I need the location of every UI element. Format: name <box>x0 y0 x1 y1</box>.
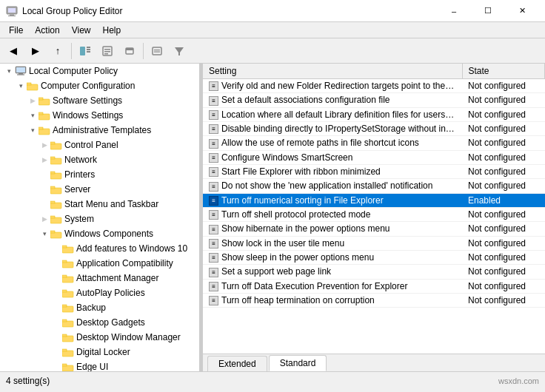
tree-item-cc[interactable]: ▾ Computer Configuration <box>0 78 199 93</box>
tree-item-at[interactable]: ▾ Administrative Templates <box>0 123 199 138</box>
table-row[interactable]: ≡Set a support web page linkNot configur… <box>203 265 545 279</box>
tree-toggle-cp[interactable]: ▶ <box>39 138 50 152</box>
tab-standard[interactable]: Standard <box>269 355 327 371</box>
tree-label-cc: Computer Configuration <box>41 81 135 91</box>
svg-rect-29 <box>39 127 43 129</box>
tree-item-ws[interactable]: ▾ Windows Settings <box>0 108 199 123</box>
folder-icon-dl <box>62 346 74 358</box>
table-row[interactable]: ≡Location where all default Library defi… <box>203 107 545 121</box>
tree-label-prt: Printers <box>64 169 95 180</box>
tree-item-am[interactable]: ▶ Attachment Manager <box>0 271 199 285</box>
tree-label-dg: Desktop Gadgets <box>76 317 145 328</box>
tree-toggle-net[interactable]: ▶ <box>39 152 50 167</box>
tree-item-smt[interactable]: ▶ Start Menu and Taskbar <box>0 197 199 212</box>
svg-rect-39 <box>50 201 55 203</box>
tree-toggle-at[interactable]: ▾ <box>27 123 39 138</box>
svg-rect-49 <box>62 275 67 277</box>
table-row[interactable]: ≡Allow the use of remote paths in file s… <box>203 136 545 150</box>
tree-label-am: Attachment Manager <box>76 273 158 283</box>
tree-item-ac[interactable]: ▶ Application Compatibility <box>0 256 199 271</box>
setting-cell: ≡Do not show the 'new application instal… <box>203 179 462 193</box>
tree-item-cp[interactable]: ▶ Control Panel <box>0 138 199 152</box>
state-cell: Not configured <box>462 107 545 121</box>
table-row[interactable]: ≡Start File Explorer with ribbon minimiz… <box>203 164 545 178</box>
toolbar-new-window[interactable] <box>119 41 140 61</box>
table-row[interactable]: ≡Do not show the 'new application instal… <box>203 179 545 193</box>
toolbar-show-hide[interactable] <box>75 41 96 61</box>
tree-label-dl: Digital Locker <box>76 347 130 357</box>
svg-rect-25 <box>39 98 43 100</box>
table-row[interactable]: ≡Set a default associations configuratio… <box>203 93 545 107</box>
folder-icon-dwm <box>62 331 74 343</box>
setting-cell: ≡Turn off numerical sorting in File Expl… <box>203 193 462 207</box>
tree-toggle-lcp[interactable]: ▾ <box>3 64 15 78</box>
tree-item-bk[interactable]: ▶ Backup <box>0 300 199 315</box>
table-row[interactable]: ≡Show hibernate in the power options men… <box>203 222 545 236</box>
tree-item-net[interactable]: ▶ Network <box>0 152 199 167</box>
table-row[interactable]: ≡Verify old and new Folder Redirection t… <box>203 79 545 93</box>
toolbar-sep-1 <box>71 43 72 59</box>
app-icon <box>6 5 18 17</box>
col-state[interactable]: State <box>462 64 545 79</box>
tree-item-apl[interactable]: ▶ AutoPlay Policies <box>0 285 199 300</box>
table-row[interactable]: ≡Turn off heap termination on corruption… <box>203 293 545 307</box>
col-setting[interactable]: Setting <box>203 64 462 79</box>
tree-item-lcp[interactable]: ▾ Local Computer Policy <box>0 64 199 78</box>
toolbar-export[interactable] <box>147 41 167 61</box>
tree-item-prt[interactable]: ▶ Printers <box>0 167 199 182</box>
tree-item-dl[interactable]: ▶ Digital Locker <box>0 345 199 359</box>
table-row[interactable]: ≡Show lock in the user tile menuNot conf… <box>203 236 545 250</box>
toolbar-properties[interactable] <box>97 41 118 61</box>
window-title: Local Group Policy Editor <box>22 6 437 16</box>
tab-extended[interactable]: Extended <box>207 356 267 371</box>
toolbar-back[interactable]: ◀ <box>3 41 24 61</box>
svg-rect-5 <box>87 47 90 48</box>
maximize-button[interactable]: ☐ <box>471 0 505 22</box>
svg-rect-53 <box>62 305 67 307</box>
svg-rect-27 <box>39 112 43 115</box>
folder-open-icon <box>27 80 39 92</box>
menu-action[interactable]: Action <box>29 24 65 37</box>
svg-rect-43 <box>50 231 55 233</box>
minimize-button[interactable]: – <box>437 0 471 22</box>
setting-cell: ≡Disable binding directly to IPropertySe… <box>203 121 462 135</box>
state-cell: Not configured <box>462 207 545 221</box>
tree-toggle-sys[interactable]: ▶ <box>39 212 50 226</box>
menu-help[interactable]: Help <box>97 24 127 37</box>
tree-item-edge[interactable]: ▶ Edge UI <box>0 359 199 371</box>
tree-item-srv[interactable]: ▶ Server <box>0 182 199 197</box>
tree-item-sys[interactable]: ▶ System <box>0 212 199 226</box>
setting-cell: ≡Turn off shell protocol protected mode <box>203 207 462 221</box>
title-bar: Local Group Policy Editor – ☐ ✕ <box>0 0 545 22</box>
settings-table[interactable]: Setting State ≡Verify old and new Folder… <box>203 64 545 354</box>
svg-rect-23 <box>27 83 31 85</box>
svg-rect-21 <box>17 75 24 75</box>
tree-item-ss[interactable]: ▶ Software Settings <box>0 93 199 108</box>
tree-toggle-cc[interactable]: ▾ <box>15 78 27 93</box>
state-cell: Not configured <box>462 150 545 164</box>
table-row[interactable]: ≡Turn off shell protocol protected modeN… <box>203 207 545 221</box>
table-row[interactable]: ≡Turn off Data Execution Prevention for … <box>203 279 545 293</box>
toolbar-up[interactable]: ↑ <box>47 41 68 61</box>
tree-item-dg[interactable]: ▶ Desktop Gadgets <box>0 315 199 330</box>
table-row[interactable]: ≡Disable binding directly to IPropertySe… <box>203 121 545 135</box>
tree-item-dwm[interactable]: ▶ Desktop Window Manager <box>0 330 199 345</box>
tree-toggle-wc[interactable]: ▾ <box>39 226 50 241</box>
table-row[interactable]: ≡Configure Windows SmartScreenNot config… <box>203 150 545 164</box>
svg-rect-2 <box>10 14 14 16</box>
tree-item-wc[interactable]: ▾ Windows Components <box>0 226 199 241</box>
setting-icon: ≡ <box>209 124 218 134</box>
state-cell: Not configured <box>462 121 545 135</box>
menu-file[interactable]: File <box>3 24 29 37</box>
tree-label-bk: Backup <box>76 303 106 313</box>
tree-toggle-ss[interactable]: ▶ <box>27 93 39 108</box>
table-row[interactable]: ≡Show sleep in the power options menuNot… <box>203 250 545 264</box>
toolbar-filter[interactable] <box>169 41 190 61</box>
tree-item-afw[interactable]: ▶ Add features to Windows 10 <box>0 241 199 256</box>
tree-toggle-ws[interactable]: ▾ <box>27 108 39 123</box>
menu-view[interactable]: View <box>66 24 97 37</box>
toolbar-forward[interactable]: ▶ <box>25 41 46 61</box>
close-button[interactable]: ✕ <box>505 0 539 22</box>
table-row[interactable]: ≡Turn off numerical sorting in File Expl… <box>203 193 545 207</box>
svg-rect-13 <box>126 48 133 50</box>
